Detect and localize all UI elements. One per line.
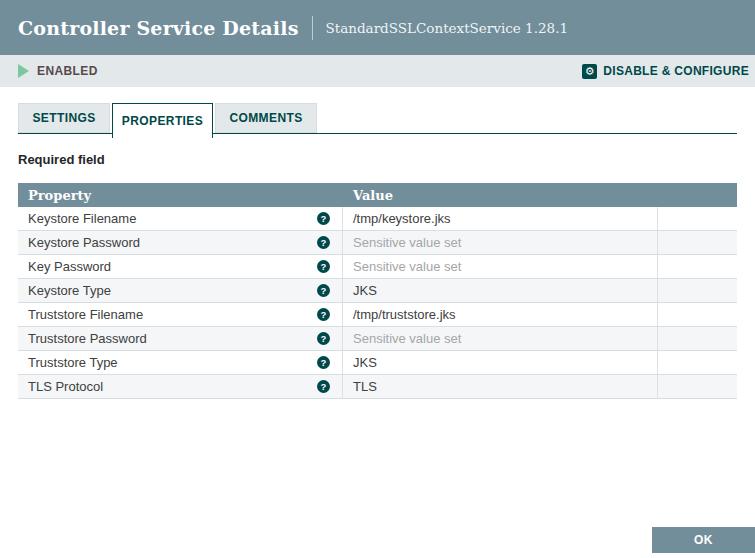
property-name: Keystore Password <box>28 235 140 250</box>
property-value: /tmp/keystore.jks <box>353 211 451 226</box>
ok-button[interactable]: OK <box>652 527 755 553</box>
column-header-value: Value <box>343 188 658 203</box>
title-separator <box>312 16 313 40</box>
configure-gear-icon: ⚙ <box>582 64 597 79</box>
table-header-row: Property Value <box>18 183 737 207</box>
help-icon[interactable]: ? <box>317 260 330 273</box>
property-value: JKS <box>353 355 377 370</box>
property-name: Truststore Type <box>28 355 118 370</box>
table-row: Truststore Type ? JKS <box>18 351 737 375</box>
tab-properties[interactable]: PROPERTIES <box>112 103 213 138</box>
dialog-header: Controller Service Details StandardSSLCo… <box>0 0 755 55</box>
property-value: JKS <box>353 283 377 298</box>
table-row: Keystore Password ? Sensitive value set <box>18 231 737 255</box>
table-row: Truststore Password ? Sensitive value se… <box>18 327 737 351</box>
properties-table: Property Value Keystore Filename ? /tmp/… <box>18 183 737 399</box>
enabled-play-icon <box>18 64 29 78</box>
table-row: Keystore Filename ? /tmp/keystore.jks <box>18 207 737 231</box>
service-name-version: StandardSSLContextService 1.28.1 <box>326 20 568 36</box>
help-icon[interactable]: ? <box>317 212 330 225</box>
property-value: Sensitive value set <box>353 259 461 274</box>
help-icon[interactable]: ? <box>317 308 330 321</box>
property-name: Keystore Type <box>28 283 111 298</box>
help-icon[interactable]: ? <box>317 380 330 393</box>
help-icon[interactable]: ? <box>317 236 330 249</box>
controller-service-details-dialog: Controller Service Details StandardSSLCo… <box>0 0 755 558</box>
property-name: TLS Protocol <box>28 379 103 394</box>
help-icon[interactable]: ? <box>317 332 330 345</box>
disable-and-configure-button[interactable]: ⚙ DISABLE & CONFIGURE <box>582 64 749 79</box>
property-value: /tmp/truststore.jks <box>353 307 456 322</box>
table-row: Key Password ? Sensitive value set <box>18 255 737 279</box>
table-row: TLS Protocol ? TLS <box>18 375 737 399</box>
property-name: Truststore Filename <box>28 307 143 322</box>
help-icon[interactable]: ? <box>317 284 330 297</box>
state-label: ENABLED <box>37 64 98 78</box>
property-name: Truststore Password <box>28 331 147 346</box>
column-header-property: Property <box>18 188 343 203</box>
table-row: Truststore Filename ? /tmp/truststore.jk… <box>18 303 737 327</box>
disable-and-configure-label: DISABLE & CONFIGURE <box>603 64 749 78</box>
help-icon[interactable]: ? <box>317 356 330 369</box>
table-row: Keystore Type ? JKS <box>18 279 737 303</box>
service-state: ENABLED <box>18 64 98 78</box>
property-value: TLS <box>353 379 377 394</box>
status-bar: ENABLED ⚙ DISABLE & CONFIGURE <box>0 55 755 87</box>
property-name: Keystore Filename <box>28 211 136 226</box>
tab-bar: SETTINGS PROPERTIES COMMENTS <box>18 103 319 138</box>
tab-comments[interactable]: COMMENTS <box>215 103 317 133</box>
property-value: Sensitive value set <box>353 331 461 346</box>
property-name: Key Password <box>28 259 111 274</box>
required-field-label: Required field <box>18 152 105 167</box>
tab-settings[interactable]: SETTINGS <box>18 103 110 133</box>
dialog-title: Controller Service Details <box>18 17 299 39</box>
property-value: Sensitive value set <box>353 235 461 250</box>
